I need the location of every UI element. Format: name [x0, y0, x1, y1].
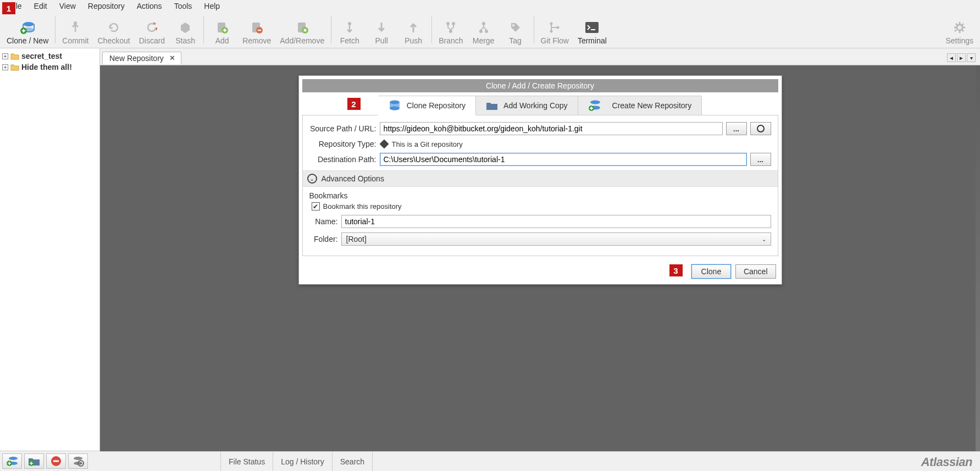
toolbar-push-label: Push	[405, 36, 422, 45]
status-tab-search[interactable]: Search	[333, 452, 373, 471]
sidebar-item-label: secret_test	[21, 52, 62, 60]
terminal-icon	[584, 20, 600, 35]
dialog-tab-clone[interactable]: Clone Repository	[378, 96, 476, 115]
advanced-options-header[interactable]: ⌄ Advanced Options	[303, 170, 778, 187]
toolbar-divider	[203, 16, 204, 43]
dialog-footer: 3 Clone Cancel	[299, 260, 782, 284]
status-tab-log-history[interactable]: Log / History	[273, 452, 333, 471]
toolbar-commit[interactable]: Commit	[58, 19, 93, 46]
bookmarks-section-label: Bookmarks	[309, 191, 771, 200]
tab-new-repository[interactable]: New Repository ✕	[102, 52, 181, 64]
menu-tools[interactable]: Tools	[169, 1, 197, 12]
expand-icon[interactable]: +	[2, 53, 8, 59]
toolbar-remove[interactable]: Remove	[238, 19, 275, 46]
svg-rect-30	[380, 140, 389, 148]
repo-type-label: Repository Type:	[309, 140, 377, 148]
tutorial-marker-3: 3	[669, 264, 683, 276]
database-icon	[388, 99, 401, 112]
git-icon	[380, 140, 389, 148]
add-icon	[214, 20, 230, 35]
toolbar-gitflow[interactable]: Git Flow	[536, 19, 573, 46]
source-path-label: Source Path / URL:	[309, 124, 377, 133]
gitflow-icon	[547, 20, 562, 35]
bookmark-checkbox[interactable]: ✔	[312, 202, 320, 210]
toolbar-add-label: Add	[215, 36, 229, 45]
toolbar-stash[interactable]: Stash	[169, 19, 201, 46]
bookmark-checkbox-label: Bookmark this repository	[323, 202, 402, 210]
svg-point-25	[390, 107, 400, 110]
browse-source-button[interactable]: ...	[726, 122, 747, 135]
sidebar: + secret_test + Hide them all!	[0, 48, 100, 451]
tab-nav-prev[interactable]: ◄	[947, 53, 956, 62]
detect-type-button[interactable]	[750, 122, 771, 135]
toolbar-checkout[interactable]: Checkout	[93, 19, 135, 46]
toolbar-terminal[interactable]: Terminal	[573, 19, 611, 46]
dialog-tab-addwc-label: Add Working Copy	[503, 101, 567, 110]
svg-point-26	[590, 101, 600, 104]
menu-actions[interactable]: Actions	[132, 1, 167, 12]
repo-settings-button[interactable]	[68, 453, 88, 469]
svg-point-31	[9, 457, 18, 460]
add-folder-button[interactable]	[24, 453, 44, 469]
tab-nav-menu[interactable]: ▾	[967, 53, 976, 62]
source-path-input[interactable]	[380, 122, 723, 135]
dialog-tab-create-new[interactable]: Create New Repository	[578, 96, 702, 115]
dialog-tab-create-label: Create New Repository	[612, 101, 692, 110]
tab-nav-next[interactable]: ►	[957, 53, 966, 62]
branch-icon	[443, 20, 458, 35]
toolbar-add-remove[interactable]: Add/Remove	[275, 19, 329, 46]
clone-new-icon	[20, 20, 35, 35]
toolbar: Clone / New Commit Checkout Discard Stas…	[0, 12, 980, 48]
toolbar-divider	[534, 16, 534, 43]
toolbar-gitflow-label: Git Flow	[541, 36, 569, 45]
toolbar-merge[interactable]: Merge	[468, 19, 500, 46]
menu-edit[interactable]: Edit	[29, 1, 52, 12]
svg-point-11	[348, 22, 351, 25]
folder-icon	[486, 101, 498, 110]
close-icon[interactable]: ✕	[168, 54, 176, 62]
browse-dest-button[interactable]: ...	[750, 153, 771, 166]
toolbar-pull[interactable]: Pull	[366, 19, 397, 46]
database-plus-icon	[588, 99, 601, 112]
toolbar-branch[interactable]: Branch	[434, 19, 467, 46]
svg-point-29	[757, 125, 764, 132]
menu-view[interactable]: View	[54, 1, 81, 12]
toolbar-tag[interactable]: Tag	[500, 19, 531, 46]
toolbar-add[interactable]: Add	[206, 19, 238, 46]
sidebar-item-secret-test[interactable]: + secret_test	[2, 51, 97, 62]
svg-point-19	[550, 23, 553, 25]
discard-icon	[144, 20, 159, 35]
toolbar-push[interactable]: Push	[397, 19, 429, 46]
expand-icon[interactable]: +	[2, 64, 8, 70]
toolbar-settings[interactable]: Settings	[941, 19, 978, 46]
clone-button[interactable]: Clone	[691, 264, 731, 279]
clone-dialog: Clone / Add / Create Repository 2 Clone …	[298, 75, 782, 285]
toolbar-clone-new[interactable]: Clone / New	[2, 19, 53, 46]
remove-repo-button[interactable]	[46, 453, 66, 469]
svg-point-23	[957, 25, 962, 30]
scrollbar[interactable]	[976, 65, 980, 451]
toolbar-discard[interactable]: Discard	[135, 19, 169, 46]
menu-help[interactable]: Help	[199, 1, 225, 12]
tag-icon	[508, 20, 523, 35]
bookmark-name-input[interactable]	[341, 215, 771, 228]
tutorial-marker-2: 2	[347, 98, 361, 110]
tab-label: New Repository	[109, 54, 164, 63]
svg-point-13	[452, 22, 455, 25]
dialog-tab-add-working-copy[interactable]: Add Working Copy	[476, 96, 578, 115]
bookmark-folder-select[interactable]: [Root] ⌄	[341, 232, 771, 246]
sidebar-item-hide-them-all[interactable]: + Hide them all!	[2, 62, 97, 73]
menu-bar: File Edit View Repository Actions Tools …	[0, 0, 980, 12]
folder-icon	[10, 52, 19, 60]
merge-icon	[476, 20, 491, 35]
toolbar-checkout-label: Checkout	[98, 36, 130, 45]
add-repo-button[interactable]	[2, 453, 22, 469]
cancel-button[interactable]: Cancel	[735, 264, 776, 279]
svg-point-20	[550, 30, 553, 33]
menu-repository[interactable]: Repository	[83, 1, 130, 12]
toolbar-fetch[interactable]: Fetch	[334, 19, 366, 46]
svg-point-40	[80, 463, 82, 464]
status-tab-file-status[interactable]: File Status	[221, 452, 273, 471]
dest-path-input[interactable]	[380, 153, 747, 166]
sidebar-item-label: Hide them all!	[21, 63, 72, 71]
